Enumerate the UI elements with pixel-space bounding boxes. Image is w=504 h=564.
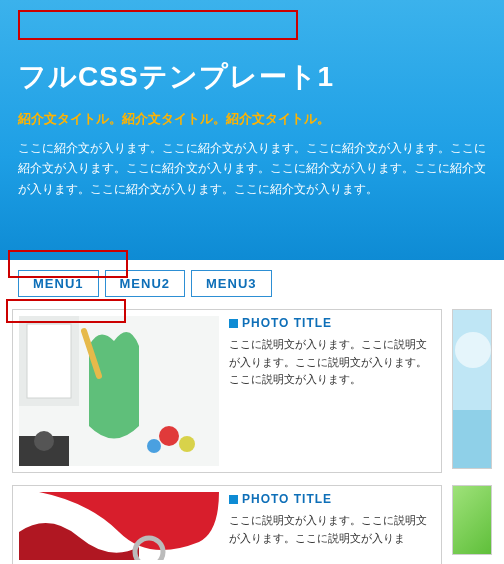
- card-title-text: PHOTO TITLE: [242, 492, 332, 506]
- photo-card[interactable]: PHOTO TITLE ここに説明文が入ります。ここに説明文が入ります。ここに説…: [12, 485, 442, 564]
- card-desc: ここに説明文が入ります。ここに説明文が入ります。ここに説明文が入ります。ここに説…: [229, 336, 435, 389]
- svg-point-3: [159, 426, 179, 446]
- svg-point-10: [455, 332, 491, 368]
- card-title: PHOTO TITLE: [229, 316, 435, 330]
- card-desc: ここに説明文が入ります。ここに説明文が入ります。ここに説明文が入りま: [229, 512, 435, 547]
- highlight-box-2: [8, 250, 128, 278]
- svg-point-7: [34, 431, 54, 451]
- svg-rect-9: [453, 410, 492, 469]
- intro-title: 紹介文タイトル。紹介文タイトル。紹介文タイトル。: [18, 110, 486, 128]
- square-bullet-icon: [229, 495, 238, 504]
- svg-point-5: [147, 439, 161, 453]
- highlight-box-3: [6, 299, 126, 323]
- nav-item-menu3[interactable]: MENU3: [191, 270, 272, 297]
- content: PHOTO TITLE ここに説明文が入ります。ここに説明文が入ります。ここに説…: [0, 305, 504, 564]
- photo-thumb: [19, 492, 219, 560]
- square-bullet-icon: [229, 319, 238, 328]
- card-body: PHOTO TITLE ここに説明文が入ります。ここに説明文が入ります。ここに説…: [229, 492, 435, 547]
- highlight-box-1: [18, 10, 298, 40]
- photo-thumb: [19, 316, 219, 466]
- site-title: フルCSSテンプレート1: [18, 58, 486, 96]
- svg-rect-2: [27, 324, 71, 398]
- card-title-text: PHOTO TITLE: [242, 316, 332, 330]
- card-row-1: PHOTO TITLE ここに説明文が入ります。ここに説明文が入ります。ここに説…: [12, 309, 492, 473]
- side-thumb[interactable]: [452, 309, 492, 469]
- card-body: PHOTO TITLE ここに説明文が入ります。ここに説明文が入ります。ここに説…: [229, 316, 435, 466]
- card-row-2: PHOTO TITLE ここに説明文が入ります。ここに説明文が入ります。ここに説…: [12, 485, 492, 564]
- intro-text: ここに紹介文が入ります。ここに紹介文が入ります。ここに紹介文が入ります。ここに紹…: [18, 138, 486, 199]
- side-thumb[interactable]: [452, 485, 492, 555]
- card-title: PHOTO TITLE: [229, 492, 435, 506]
- photo-card[interactable]: PHOTO TITLE ここに説明文が入ります。ここに説明文が入ります。ここに説…: [12, 309, 442, 473]
- hero: フルCSSテンプレート1 紹介文タイトル。紹介文タイトル。紹介文タイトル。 ここ…: [0, 0, 504, 260]
- svg-point-4: [179, 436, 195, 452]
